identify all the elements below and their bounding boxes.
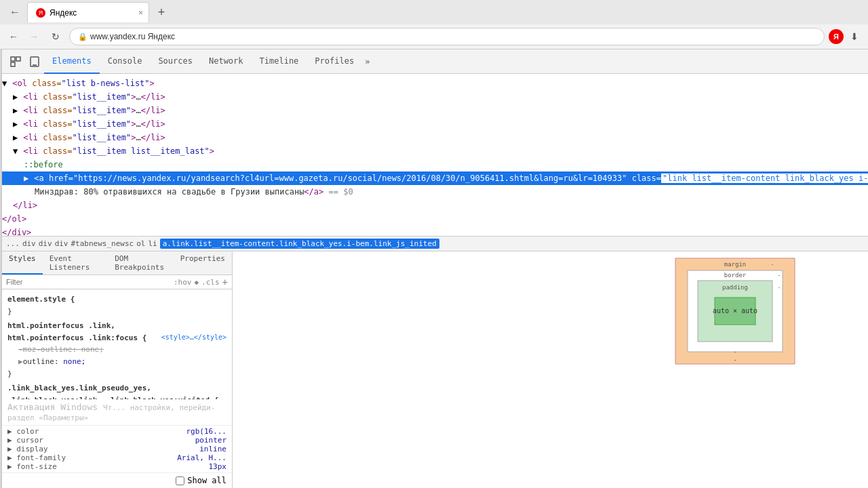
back-button[interactable]: ←: [5, 3, 24, 22]
style-rule-link-black: .link_black_yes.link_pseudo_yes, .link_b…: [2, 381, 232, 399]
html-line-li3[interactable]: ▶ <li class="list__item">…</li>: [2, 117, 868, 131]
main-layout: 0+ Y Хотите сделать Яндекс браузером по …: [0, 49, 868, 488]
style-rule-pointerfocus: html.pointerfocus .link, html.pointerfoc…: [2, 319, 232, 381]
tab-close-button[interactable]: ×: [138, 8, 143, 18]
lock-icon: 🔒: [78, 33, 87, 41]
tab-sources[interactable]: Sources: [150, 49, 201, 74]
html-line-li-close[interactable]: </li>: [2, 199, 868, 212]
download-icon[interactable]: ⬇: [846, 28, 863, 45]
activation-hint: Чт... настройки, перейди-: [103, 403, 216, 412]
bc-tabnews[interactable]: #tabnews_newsc: [71, 239, 134, 248]
bc-ol[interactable]: ol: [136, 239, 145, 248]
expand-arrow-ol[interactable]: ▼: [2, 77, 7, 89]
activation-text: Активация Windows: [7, 402, 98, 412]
styles-filter-input[interactable]: [6, 278, 171, 286]
svg-text:-: -: [733, 348, 736, 355]
rule-selector-1: element.style {: [7, 295, 75, 304]
address-bar: ← → ↻ 🔒 www.yandex.ru Яндекс Я ⬇: [0, 24, 868, 49]
inspect-element-button[interactable]: [6, 52, 25, 71]
color-scheme-toggle[interactable]: ◆: [194, 278, 199, 287]
breadcrumb-bar: ... div div div #tabnews_newsc ol li a.l…: [2, 237, 868, 251]
svg-text:auto × auto: auto × auto: [713, 307, 757, 314]
box-model-panel: margin - border - padding - auto × auto …: [233, 251, 868, 488]
styles-filter: :hov ◆ .cls +: [2, 275, 232, 289]
browser-tab[interactable]: Я Яндекс ×: [27, 2, 149, 22]
tab-title: Яндекс: [50, 8, 77, 18]
html-line-li4[interactable]: ▶ <li class="list__item">…</li>: [2, 131, 868, 144]
more-tabs-button[interactable]: »: [362, 53, 372, 70]
new-tab-button[interactable]: +: [152, 3, 171, 22]
tab-timeline[interactable]: Timeline: [252, 49, 307, 74]
computed-color: ▶ color rgb(16...: [7, 427, 226, 436]
computed-display: ▶ display inline: [7, 445, 226, 453]
add-style-button[interactable]: +: [222, 277, 228, 287]
html-line-before[interactable]: ::before: [2, 158, 868, 171]
browser-chrome: ← Я Яндекс × + ← → ↻ 🔒 www.yandex.ru Янд…: [0, 0, 868, 49]
tab-event-listeners[interactable]: Event Listeners: [43, 251, 108, 274]
html-line-li1[interactable]: ▶ <li class="list__item">…</li>: [2, 90, 868, 104]
svg-text:-: -: [777, 284, 781, 291]
html-line-a-text[interactable]: Минздрав: 80% отравившихся на свадьбе в …: [2, 185, 868, 199]
reload-button[interactable]: ↻: [46, 27, 65, 46]
rule-selector-3: .link_black_yes.link_pseudo_yes,: [7, 384, 151, 392]
svg-text:-: -: [777, 272, 781, 279]
box-model-diagram: margin - border - padding - auto × auto …: [674, 257, 796, 367]
hover-toggle[interactable]: :hov: [174, 278, 192, 287]
address-input[interactable]: 🔒 www.yandex.ru Яндекс: [69, 28, 825, 45]
rule-source-2[interactable]: <style>…</style>: [161, 332, 226, 343]
url-text: www.yandex.ru Яндекс: [90, 32, 175, 41]
html-line-li-last[interactable]: ▼ <li class="list__item list__item_last"…: [2, 144, 868, 158]
styles-panel: Styles Event Listeners DOM Breakpoints P…: [2, 251, 233, 488]
tab-profiles[interactable]: Profiles: [307, 49, 362, 74]
bc-li[interactable]: li: [148, 239, 157, 248]
tab-properties[interactable]: Properties: [174, 251, 232, 274]
tab-network[interactable]: Network: [201, 49, 252, 74]
html-line-div-close[interactable]: </div>: [2, 226, 868, 237]
devtools-toolbar: Elements Console Sources Network Timelin…: [2, 49, 868, 74]
tab-favicon: Я: [36, 8, 45, 18]
cls-toggle[interactable]: .cls: [201, 278, 220, 287]
activation-area: Активация Windows Чт... настройки, перей…: [2, 399, 232, 425]
style-rule-element: element.style { }: [2, 292, 232, 319]
styles-tabs: Styles Event Listeners DOM Breakpoints P…: [2, 251, 232, 275]
nav-forward-button[interactable]: →: [26, 28, 42, 45]
show-all-label[interactable]: Show all: [187, 476, 226, 485]
tab-styles[interactable]: Styles: [2, 251, 43, 274]
html-line-a-selected[interactable]: ▶ <a href="https://news.yandex.ru/yandse…: [2, 171, 868, 185]
styles-content: element.style { } html.pointerfocus .lin…: [2, 289, 232, 399]
box-model-svg: margin - border - padding - auto × auto …: [674, 257, 796, 365]
style-prop-outline: ▶outline: none;: [7, 356, 226, 368]
bc-dots[interactable]: ...: [6, 239, 20, 248]
html-line-ol-close[interactable]: </ol>: [2, 212, 868, 226]
devtools-html-tree: ▼ <ol class="list b-news-list"> ▶ <li cl…: [2, 74, 868, 237]
svg-text:margin: margin: [724, 261, 747, 268]
rule-selector-2: html.pointerfocus .link,: [7, 321, 115, 330]
computed-font-size: ▶ font-size 13px: [7, 462, 226, 471]
tab-console[interactable]: Console: [100, 49, 151, 74]
tab-elements[interactable]: Elements: [44, 49, 100, 74]
devtools-bottom: Styles Event Listeners DOM Breakpoints P…: [2, 251, 868, 488]
tab-dom-breakpoints[interactable]: DOM Breakpoints: [108, 251, 174, 274]
address-right: Я ⬇: [829, 28, 863, 45]
nav-back-button[interactable]: ←: [5, 28, 22, 45]
svg-rect-1: [16, 57, 20, 61]
computed-font-family: ▶ font-family Arial, H...: [7, 453, 226, 462]
svg-text:-: -: [733, 357, 736, 363]
svg-text:padding: padding: [722, 284, 748, 291]
svg-text:-: -: [770, 261, 774, 268]
computed-props-list: ▶ color rgb(16... ▶ cursor pointer ▶ dis…: [2, 425, 232, 472]
tab-bar: ← Я Яндекс × +: [0, 0, 868, 24]
bc-selected-a[interactable]: a.link.list__item-content.link_black_yes…: [160, 239, 439, 249]
svg-rect-2: [11, 62, 15, 66]
bc-div2[interactable]: div: [39, 239, 52, 248]
bc-div1[interactable]: div: [22, 239, 36, 248]
devtools-panel: Elements Console Sources Network Timelin…: [1, 49, 868, 488]
show-all-checkbox[interactable]: [176, 476, 184, 485]
computed-cursor: ▶ cursor pointer: [7, 436, 226, 445]
html-line-ol[interactable]: ▼ <ol class="list b-news-list">: [2, 77, 868, 90]
activation-hint2: раздел «Параметры»: [7, 413, 88, 422]
html-line-li2[interactable]: ▶ <li class="list__item">…</li>: [2, 104, 868, 117]
device-mode-button[interactable]: [25, 52, 44, 71]
show-all-row: Show all: [2, 472, 232, 488]
bc-div3[interactable]: div: [55, 239, 68, 248]
